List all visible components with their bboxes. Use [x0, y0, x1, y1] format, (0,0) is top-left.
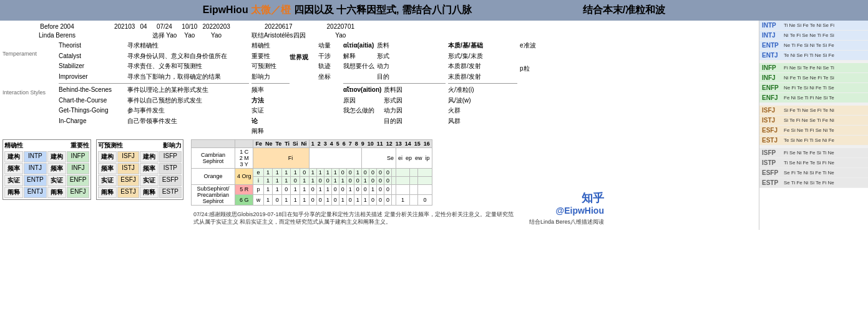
mbti-right-row: ESFPSe Fi Te Ni Si Fe Ti Ne — [759, 168, 868, 178]
temp-spacer1 — [2, 57, 59, 67]
aristotle-left: αἰτία(aitia) 解释 我想要什么 — [343, 41, 374, 82]
b2-r1-l2: 建构 — [140, 151, 158, 162]
xing-shi: 形式 — [377, 51, 389, 62]
zl2: 质料因 — [384, 85, 402, 96]
dates-spacer: Before 2004 Linda Berens — [2, 22, 112, 40]
interaction-label: Interaction Styles — [2, 89, 59, 96]
zhihu-label: 知乎 — [582, 191, 604, 206]
fang-fa: 方法 — [251, 96, 290, 106]
e14: 0 — [369, 168, 376, 176]
mbti-right-row: ENFPNe Fi Te Si Ni Fe Ti Se — [759, 83, 868, 93]
names-column: Theorist Catalyst Stabilizer Improviser … — [59, 41, 127, 137]
int-name-3: In-Charge — [59, 116, 127, 127]
b1-r3-l2: 实证 — [47, 175, 66, 186]
b2-r1-c1: ISFJ — [117, 151, 139, 162]
basis-col: 本质/基/基础 形式/集/末质 本质群/发射 末质群/发射 火/准粒(i) 风/… — [446, 41, 517, 137]
aitia-label: αἰτία(aitia) — [343, 41, 374, 51]
wo-zen: 我怎么做的 — [343, 106, 381, 116]
e-zhun-bo: e准波 — [520, 41, 545, 51]
mbti-type-label: INTJ — [762, 32, 784, 39]
top-content: Temperament Interaction Styles Theorist … — [2, 41, 759, 137]
mbti-type-label: ESFP — [762, 169, 784, 176]
gui-ji: 轨迹 — [310, 61, 339, 72]
mbti-functions: Ne Fi Te Si Ni Fe Ti Se — [784, 85, 834, 91]
int-desc-2: 参与事件发生 — [127, 106, 249, 116]
mbti-box-1: 精确性 重要性 建构 INTP 建构 INFP — [2, 139, 91, 229]
dates-extra-col: 动量 干涉 轨迹 坐标 — [308, 41, 339, 137]
b2-r1-c2: ISFP — [159, 151, 182, 162]
temperament-label: Temperament — [2, 51, 59, 57]
mbti-right-row: ENFJFe Ni Se Ti Fi Ne Si Te — [759, 93, 868, 103]
aition-label: αἴτιον(aition) — [343, 85, 381, 96]
desc-2: 寻求责任、义务和可预测性 — [127, 61, 249, 72]
mbti-right-row: INTJNi Te Fi Se Ne Ti Fe Si — [759, 31, 868, 41]
mbti-type-label: ESFJ — [762, 127, 784, 134]
mbti-right-row: ISTPTi Se Ni Fe Te Si Fi Ne — [759, 158, 868, 168]
mbti-box-2: 可预测性 影响力 建构 ISFJ 建构 ISFP 频率 ISTJ 频率 — [96, 139, 183, 229]
b2-r2-c2: ISTP — [159, 163, 182, 174]
mbti-right-row: INTPTi Ne Si Fe Te Ni Se Fi — [759, 21, 868, 31]
ben-zhi-qun: 本质群/发射 — [448, 61, 517, 72]
e-row: Orange 4 Org e 11110 11110010000 — [191, 168, 432, 176]
e-lbl: e — [253, 168, 263, 176]
e7: 1 — [316, 168, 324, 176]
date-20220617: 20220617 联结Aristotélēs四因 — [233, 22, 324, 40]
mbti-right-row: ESTPSe Ti Fe Ni Si Te Fi Ne — [759, 178, 868, 188]
descriptions-column: 寻求精确性 寻求身份认同、意义和自身价值所在 寻求责任、义务和可预测性 寻求当下… — [127, 41, 249, 137]
b2-tr: 影响力 — [163, 141, 182, 150]
mbti-box1-inner: 精确性 重要性 建构 INTP 建构 INFP — [2, 139, 91, 200]
mbti-functions: Ti Ne Si Fe Te Ni Se Fi — [784, 22, 834, 28]
b2-r4-c1: ESTJ — [117, 187, 139, 198]
header-right: 结合本末/准粒和波 — [583, 4, 665, 15]
e5: 0 — [300, 168, 310, 176]
mbti-right-row: ISFJSi Fe Ti Ne Se Fi Te Ni — [759, 106, 868, 116]
e16: 0 — [384, 168, 391, 176]
basis-divider — [448, 83, 517, 84]
mbti-b1-header: 精确性 重要性 — [4, 141, 89, 150]
mbti-type-label: ENTP — [762, 42, 784, 49]
bottom-note: 07/24:感谢顾彼思Globis2019-07-18日在知乎分享的定量和定性方… — [191, 208, 522, 229]
header-title3: 需结合八门八脉 — [402, 4, 472, 15]
b1-r3-c1: ENTP — [24, 175, 47, 186]
b2-r2-l2: 频率 — [140, 163, 158, 174]
b2-tl: 可预测性 — [98, 141, 123, 150]
num-6g: 6 G — [235, 195, 253, 206]
e-ip — [418, 168, 432, 176]
ben-zhi: 本质/基/基础 — [448, 41, 517, 51]
e2: 1 — [273, 168, 282, 176]
mbti-right-row: ENTJTe Ni Se Fi Ti Ne Si Fe — [759, 51, 868, 61]
p-row: SubSephirot/PrecambrianSephirot 5 R p 11… — [191, 184, 432, 195]
mbti-right-row: ISFPFi Se Ni Te Fe Si Ti Ne — [759, 148, 868, 158]
gan-she: 干涉 — [310, 51, 339, 62]
dates-row: Before 2004 Linda Berens 202103 04 07/24… — [2, 22, 759, 41]
mbti-functions: Fi Se Ni Te Fe Si Ti Ne — [784, 150, 834, 156]
huo-zhun: 火/准粒(i) — [448, 85, 517, 96]
mbti-b2-header: 可预测性 影响力 — [98, 141, 182, 150]
mo-zhi-qun: 末质群/发射 — [448, 72, 517, 82]
e13: 0 — [361, 168, 369, 176]
nums-hdr: 1 2 3 4 5 6 7 8 9 10 11 12 13 14 15 16 — [309, 139, 432, 147]
b2-r3-c2: ESFP — [159, 175, 182, 186]
feng-qun: 风群 — [448, 116, 517, 127]
b2-r2-l1: 频率 — [98, 163, 117, 174]
mbti-functions: Se Ti Fe Ni Si Te Fi Ne — [784, 180, 834, 186]
header-title1: EipwHiou — [203, 4, 248, 15]
p-li: p粒 — [520, 64, 545, 74]
subheader-row: CambrianSephirot 1 C2 M3 Y Fi Se ei ep e… — [191, 147, 432, 168]
mbti-type-label: INFJ — [762, 74, 784, 81]
b2-r1-l1: 建构 — [98, 151, 117, 162]
mu-di: 目的 — [377, 72, 389, 82]
b1-r3-l1: 实证 — [4, 175, 23, 186]
mbti-functions: Ne Ti Fe Si Ni Te Si Fe — [784, 42, 834, 48]
feng-bo: 风/波(w) — [448, 96, 517, 106]
date-202103: 202103 — [112, 22, 137, 31]
mbti-functions: Si Te Fi Ne Se Ti Fe Ni — [784, 117, 834, 123]
e8: 1 — [324, 168, 331, 176]
mbti-type-label: ESTP — [762, 179, 784, 186]
b2-r3-c1: ESFJ — [117, 175, 139, 186]
aristotle-right: 质料 形式 动力 目的 — [377, 41, 389, 82]
worldview-label: 世界观 — [290, 53, 308, 62]
b1-r4-l2: 阐释 — [47, 187, 66, 198]
b1-r1-l2: 建构 — [47, 151, 66, 162]
left-main-area: Before 2004 Linda Berens 202103 04 07/24… — [0, 21, 759, 230]
